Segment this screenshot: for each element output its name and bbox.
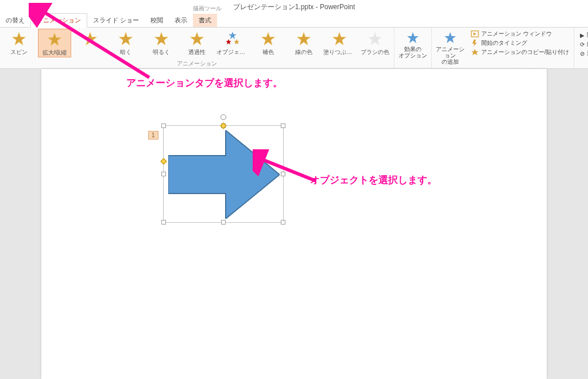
adjust-handle-1[interactable] <box>160 158 167 164</box>
anim-effect-label: スピン <box>10 48 28 56</box>
anim-effect-label: オブジェクト… <box>216 48 249 56</box>
animation-pane-button[interactable]: アニメーション ウィンドウ <box>471 30 569 38</box>
svg-marker-10 <box>297 32 310 45</box>
anim-effect-label: 補色 <box>262 48 274 56</box>
svg-marker-17 <box>473 40 477 47</box>
pane-icon <box>471 30 479 38</box>
timing-delay[interactable]: ⊘ 遅延 <box>580 49 588 57</box>
timing-duration[interactable]: ⟳ 継続 <box>580 40 588 48</box>
svg-marker-9 <box>261 32 274 45</box>
svg-marker-0 <box>12 32 25 45</box>
animation-painter-label: アニメーションのコピー/貼り付け <box>481 48 569 56</box>
anim-effect-label: 透過性 <box>188 48 206 56</box>
svg-marker-18 <box>471 49 478 55</box>
svg-marker-6 <box>229 32 237 39</box>
anim-effect-6[interactable]: オブジェクト… <box>216 29 249 56</box>
slide-workarea: 1 アニメーションタブを選択します。 オブジェクトを選択します。 <box>0 69 588 379</box>
anim-effect-5[interactable]: 透過性 <box>180 29 214 56</box>
svg-marker-7 <box>226 39 231 44</box>
annotation-text-object: オブジェクトを選択します。 <box>310 173 437 187</box>
contextual-tab-group-label: 描画ツール <box>193 5 222 13</box>
svg-marker-12 <box>368 32 381 45</box>
anim-effect-label: ブラシの色 <box>361 48 389 56</box>
resize-handle-tl[interactable] <box>161 123 166 128</box>
timing-panel: ▶ 開始 ⟳ 継続 ⊘ 遅延 <box>577 29 588 60</box>
add-animation-label: アニメーション の追加 <box>435 46 465 65</box>
resize-handle-tr[interactable] <box>281 123 285 128</box>
star-icon <box>406 31 420 45</box>
tab-format[interactable]: 書式 <box>193 14 217 27</box>
trigger-icon <box>471 39 479 47</box>
animation-order-tag[interactable]: 1 <box>148 131 158 140</box>
tab-reorder[interactable]: の替え <box>0 14 30 27</box>
add-animation-button[interactable]: アニメーション の追加 <box>434 29 466 67</box>
timing-start[interactable]: ▶ 開始 <box>580 31 588 39</box>
svg-marker-5 <box>190 32 203 45</box>
trigger-label: 開始のタイミング <box>481 39 527 47</box>
annotation-text-tab: アニメーションタブを選択します。 <box>126 76 283 90</box>
svg-marker-11 <box>332 32 346 45</box>
slide-canvas[interactable]: 1 <box>41 69 547 379</box>
anim-effect-8[interactable]: 線の色 <box>287 29 320 56</box>
anim-effect-9[interactable]: 塗りつぶしの色 <box>323 29 356 56</box>
anim-effect-label: 線の色 <box>295 48 312 56</box>
star-plus-icon <box>443 31 457 45</box>
painter-icon <box>471 48 479 56</box>
rotation-handle[interactable] <box>220 114 226 120</box>
svg-line-21 <box>40 10 149 78</box>
effect-options-button[interactable]: 効果の オプション <box>397 29 429 61</box>
anim-effect-7[interactable]: 補色 <box>252 29 285 56</box>
svg-line-23 <box>258 158 316 181</box>
svg-marker-8 <box>234 39 239 44</box>
animation-painter-button[interactable]: アニメーションのコピー/貼り付け <box>471 48 569 56</box>
trigger-button[interactable]: 開始のタイミング <box>471 39 569 47</box>
svg-marker-16 <box>473 32 476 35</box>
resize-handle-br[interactable] <box>281 220 285 225</box>
svg-marker-14 <box>444 32 456 43</box>
anim-effect-label: 塗りつぶしの色 <box>323 48 355 56</box>
effect-options-label: 効果の オプション <box>399 46 427 59</box>
animation-pane-label: アニメーション ウィンドウ <box>481 30 552 38</box>
resize-handle-bl[interactable] <box>161 220 166 225</box>
anim-effect-10: ブラシの色 <box>358 29 392 56</box>
resize-handle-bm[interactable] <box>221 220 226 225</box>
tab-view[interactable]: 表示 <box>169 14 193 27</box>
resize-handle-ml[interactable] <box>161 172 166 176</box>
svg-marker-13 <box>407 32 419 43</box>
annotation-arrow-1 <box>29 3 161 83</box>
